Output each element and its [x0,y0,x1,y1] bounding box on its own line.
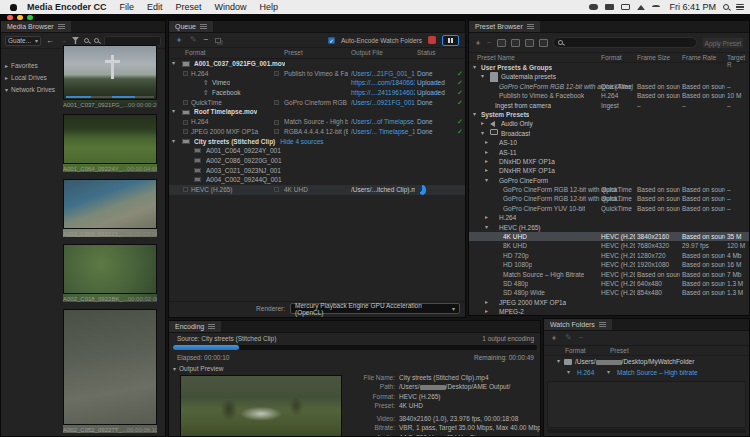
menu-item[interactable]: Preset [176,2,202,12]
queue-cell-output-link[interactable]: https://....com/184066142 [351,78,415,88]
chevron-icon[interactable] [5,62,8,69]
media-search-field[interactable] [104,36,161,46]
chevron-icon[interactable] [172,127,180,137]
chevron-icon[interactable] [469,204,477,213]
chevron-icon[interactable] [172,117,180,127]
queue-row[interactable]: A001_C064_09224Y_001 [169,146,465,156]
preset-search-field[interactable] [553,37,697,48]
queue-cell-format[interactable] [191,156,271,166]
chevron-icon[interactable] [481,101,489,110]
format-checkbox[interactable] [183,100,188,105]
add-watch-folder-icon[interactable]: ＋ [550,333,558,343]
filter-funnel-icon[interactable] [72,37,79,44]
notification-center-icon[interactable] [736,4,744,10]
queue-cell-preset[interactable]: Match Source - High bitr... [284,117,348,127]
column-format[interactable]: Format [185,49,206,56]
chevron-icon[interactable] [469,251,477,260]
chevron-icon[interactable] [172,185,180,195]
zoom-in-icon[interactable] [84,38,89,43]
column-preset-name[interactable]: Preset Name [477,54,515,61]
chevron-icon[interactable] [485,82,493,91]
queue-row[interactable]: JPEG 2000 MXF OP1a RGBA 4.4.4.4 12-bit (… [169,127,465,137]
wifi-status-icon[interactable] [652,5,660,9]
panel-menu-icon[interactable] [58,24,65,29]
queue-row[interactable]: Vimeo https://....com/184066142 Uploaded… [169,78,465,88]
chevron-icon[interactable] [5,86,8,93]
delete-preset-icon[interactable]: − [487,38,492,48]
preset-row[interactable]: AS-11 [469,148,749,157]
preset-checkbox[interactable] [274,187,279,192]
queue-cell-preset[interactable]: Publish to Vimeo & Face... [284,69,348,79]
preset-row[interactable]: SD 480p HEVC (H.265) 640x480 Based on so… [469,279,749,288]
media-clip[interactable]: A002_C009_092221_... 00:00:03:04 [63,179,157,237]
queue-cell-output-link[interactable] [351,59,415,69]
queue-cell-format[interactable] [191,137,271,147]
window-zoom-button[interactable] [27,15,33,21]
queue-row[interactable]: A003_C021_0923NJ_001 [169,166,465,176]
chevron-icon[interactable] [172,146,180,156]
column-status[interactable]: Status [417,49,435,56]
chevron-icon[interactable] [481,119,489,128]
chevron-down-icon[interactable] [557,356,560,367]
pause-queue-button[interactable] [442,35,459,46]
chevron-icon[interactable] [485,298,493,307]
queue-cell-preset[interactable] [284,175,348,185]
format-dropdown-chevron-icon[interactable]: ▾ [567,367,570,378]
queue-cell-preset[interactable] [284,137,348,147]
queue-cell-format[interactable]: QuickTime [191,98,271,108]
chevron-icon[interactable] [172,78,180,88]
queue-cell-preset[interactable]: RGBA 4.4.4.4 12-bit (BC... [284,127,348,137]
queue-cell-output-link[interactable]: /Users/...0921FG_001.mov [351,98,415,108]
menu-bar-clock[interactable]: Fri 6:41 PM [669,2,716,12]
chevron-icon[interactable] [481,72,489,81]
preset-row[interactable]: 8K UHD HEVC (H.265) 7680x4320 29.97 fps … [469,241,749,250]
format-checkbox[interactable] [183,129,188,134]
chevron-icon[interactable] [469,194,477,203]
chevron-icon[interactable] [172,69,180,79]
queue-cell-preset[interactable]: 4K UHD [284,185,348,195]
new-preset-icon[interactable]: ＋ [474,38,482,48]
column-format[interactable]: Format [565,347,586,354]
queue-cell-output-link[interactable] [351,137,415,147]
new-group-icon[interactable] [497,39,506,47]
queue-cell-preset[interactable] [284,59,348,69]
back-arrow-icon[interactable]: ← [46,36,54,46]
queue-cell-format[interactable]: H.264 [191,117,271,127]
chevron-icon[interactable] [481,129,489,138]
preset-row[interactable]: DNxHR MXF OP1a [469,166,749,175]
queue-cell-output-link[interactable] [351,107,415,117]
queue-cell-output-link[interactable]: /Users/...of Timelapse.mp4 [351,117,415,127]
tree-item[interactable]: Network Drives [5,83,61,95]
panel-menu-icon[interactable] [599,322,606,327]
watch-folder-output-row[interactable]: ▾ H.264 ▾ Match Source – High bitrate [544,367,749,378]
media-clip[interactable]: A001_C037_0921FG_... 00:00:00:20 [63,45,157,108]
import-preset-icon[interactable] [525,39,534,47]
queue-cell-format[interactable] [191,59,271,69]
menu-item[interactable]: Edit [147,2,163,12]
preset-row[interactable]: HEVC (H.265) [469,223,749,232]
tab-encoding[interactable]: Encoding [169,321,221,332]
chevron-icon[interactable] [485,138,493,147]
panel-menu-icon[interactable] [200,24,207,29]
queue-row[interactable]: Facebook https://....24119614602283 Uplo… [169,88,465,98]
queue-cell-format[interactable]: H.264 [191,69,271,79]
preset-row[interactable]: HD 720p HEVC (H.265) 1280x720 Based on s… [469,251,749,260]
preset-row[interactable]: System Presets [469,110,749,119]
queue-row[interactable]: A002_C086_09220G_001 [169,156,465,166]
spotlight-search-icon[interactable] [723,4,729,10]
chevron-icon[interactable] [485,307,493,316]
remove-watch-folder-icon[interactable]: − [579,333,584,343]
watch-folder-preset[interactable]: Match Source – High bitrate [617,367,698,378]
tab-watch-folders[interactable]: Watch Folders [544,319,612,330]
queue-cell-preset[interactable] [284,107,348,117]
column-frame-rate[interactable]: Frame Rate [682,54,716,61]
queue-row[interactable]: H.264 Publish to Vimeo & Face... /Users/… [169,69,465,79]
preset-row[interactable]: Publish to Vimeo & Facebook H.264 Based … [469,91,749,100]
chevron-icon[interactable] [172,59,180,69]
preset-row[interactable]: GoPro CineForm YUV 10-bit QuickTime Base… [469,204,749,213]
preset-row[interactable]: 4K UHD HEVC (H.265) 3840x2160 Based on s… [469,232,749,241]
export-preset-icon[interactable] [539,39,548,47]
queue-cell-format[interactable] [191,88,271,98]
column-output-file[interactable]: Output File [351,49,383,56]
preset-dropdown-chevron-icon[interactable]: ▾ [607,367,610,378]
